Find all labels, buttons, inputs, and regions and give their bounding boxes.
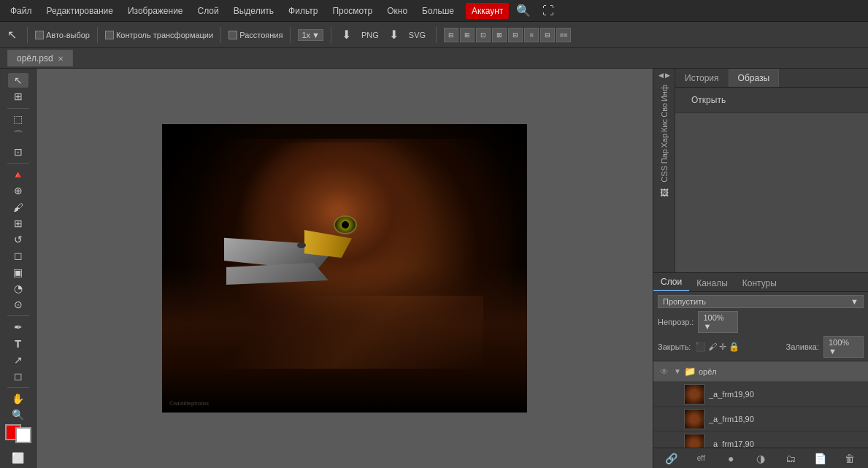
menu-edit[interactable]: Редактирование bbox=[41, 3, 119, 19]
fullscreen-icon-btn[interactable]: ⛶ bbox=[538, 3, 558, 19]
link-layers-btn[interactable]: 🔗 bbox=[662, 450, 680, 467]
new-layer-btn[interactable]: 📄 bbox=[812, 450, 829, 467]
search-icon-btn[interactable]: 🔍 bbox=[512, 2, 535, 19]
menu-filter[interactable]: Фильтр bbox=[283, 3, 323, 19]
menu-window[interactable]: Окно bbox=[381, 3, 413, 19]
transform-checkbox[interactable] bbox=[105, 31, 114, 39]
layer-eye-2[interactable]: 👁 bbox=[668, 413, 681, 426]
align-left-btn[interactable]: ⊟ bbox=[444, 28, 458, 42]
tab-history[interactable]: История bbox=[675, 69, 729, 87]
layer-mask-btn[interactable]: ● bbox=[722, 450, 740, 467]
pen-tool[interactable]: ✒ bbox=[8, 320, 28, 334]
fill-value[interactable]: 100% ▼ bbox=[823, 336, 864, 358]
image-icon-btn[interactable]: 🖼 bbox=[660, 188, 669, 198]
layer-row-3[interactable]: 👁 _a_frm17,90 bbox=[653, 431, 868, 448]
shape-tool[interactable]: ◻ bbox=[8, 369, 28, 383]
marquee-tool[interactable]: ⬚ bbox=[8, 112, 28, 126]
menu-select[interactable]: Выделить bbox=[228, 3, 280, 19]
file-tab[interactable]: орёл.psd ✕ bbox=[7, 50, 73, 66]
collapse-right-icon[interactable]: ▶ bbox=[665, 72, 670, 79]
layer-eye-1[interactable]: 👁 bbox=[668, 388, 681, 401]
layer-name-1: _a_frm19,90 bbox=[709, 390, 864, 399]
watermark: ©wildlifephotos bbox=[169, 400, 209, 407]
zoom-tool[interactable]: 🔍 bbox=[8, 407, 28, 422]
menu-image[interactable]: Изображение bbox=[122, 3, 189, 19]
layer-eye-3[interactable]: 👁 bbox=[668, 437, 681, 448]
tab-channels[interactable]: Каналы bbox=[689, 275, 735, 291]
menu-view[interactable]: Просмотр bbox=[326, 3, 378, 19]
menu-more[interactable]: Больше bbox=[416, 3, 460, 19]
lock-position-icon[interactable]: ✛ bbox=[719, 342, 726, 352]
stub-css[interactable]: CSS bbox=[660, 166, 669, 183]
stub-info[interactable]: Инф bbox=[660, 85, 669, 101]
align-top-btn[interactable]: ⊠ bbox=[492, 28, 507, 42]
crop-tool[interactable]: ⊡ bbox=[8, 145, 28, 159]
group-layers-btn[interactable]: 🗂 bbox=[782, 450, 799, 467]
layer-eye-0[interactable]: 👁 bbox=[658, 365, 671, 378]
layer-thumb-1 bbox=[684, 384, 704, 404]
stub-brush[interactable]: Кис bbox=[660, 119, 669, 132]
tab-close-btn[interactable]: ✕ bbox=[58, 55, 64, 63]
layer-row-2[interactable]: 👁 _a_frm18,90 bbox=[653, 407, 868, 431]
auto-select-control: Авто-выбор bbox=[35, 31, 90, 39]
layer-effects-btn[interactable]: eff bbox=[692, 450, 710, 467]
hand-tool[interactable]: ✋ bbox=[8, 391, 28, 406]
menu-layer[interactable]: Слой bbox=[192, 3, 225, 19]
artboard-tool[interactable]: ⊞ bbox=[8, 89, 28, 104]
align-right-btn[interactable]: ⊡ bbox=[476, 28, 491, 42]
layer-row-1[interactable]: 👁 _a_frm19,90 bbox=[653, 382, 868, 407]
lock-fill-row: Закрыть: ⬛ 🖌 ✛ 🔒 Заливка: 100% ▼ bbox=[658, 336, 864, 358]
stub-para[interactable]: Пар bbox=[660, 149, 669, 164]
healing-tool[interactable]: ⊕ bbox=[8, 183, 28, 198]
adjustment-layer-btn[interactable]: ◑ bbox=[752, 450, 769, 467]
text-tool[interactable]: T bbox=[8, 336, 28, 350]
move-tool-select[interactable]: ↖ bbox=[4, 26, 20, 43]
download-icon-btn[interactable]: ⬇ bbox=[339, 26, 354, 43]
dodge-tool[interactable]: ⊙ bbox=[8, 297, 28, 312]
distribute3-btn[interactable]: ⊟ bbox=[540, 28, 555, 42]
zoom-dropdown[interactable]: 1x ▼ bbox=[298, 29, 323, 41]
blur-tool[interactable]: ◔ bbox=[8, 281, 28, 296]
auto-select-checkbox[interactable] bbox=[35, 31, 44, 39]
move-tool[interactable]: ↖ bbox=[8, 73, 28, 88]
opacity-value[interactable]: 100% ▼ bbox=[698, 311, 738, 333]
collapse-left-icon[interactable]: ◀ bbox=[658, 72, 664, 79]
distance-checkbox[interactable] bbox=[228, 31, 237, 39]
blend-mode-row: Пропустить ▼ bbox=[658, 295, 864, 308]
eraser-tool[interactable]: ◻ bbox=[8, 248, 28, 263]
quick-mask-btn[interactable]: ⬜ bbox=[8, 450, 28, 465]
tab-layers[interactable]: Слои bbox=[653, 274, 689, 291]
history-brush-tool[interactable]: ↺ bbox=[8, 232, 28, 247]
lock-all-icon[interactable]: 🔒 bbox=[729, 342, 740, 352]
download-icon-btn2[interactable]: ⬇ bbox=[386, 26, 402, 43]
open-button[interactable]: Открыть bbox=[683, 92, 734, 108]
separator-4 bbox=[290, 27, 291, 43]
tab-paths[interactable]: Контуры bbox=[735, 275, 784, 291]
align-center-btn[interactable]: ⊞ bbox=[460, 28, 475, 42]
menu-file[interactable]: Файл bbox=[4, 3, 38, 19]
png-btn[interactable]: PNG bbox=[358, 29, 382, 41]
lasso-tool[interactable]: ⌒ bbox=[8, 128, 28, 143]
delete-layer-btn[interactable]: 🗑 bbox=[841, 450, 859, 467]
stub-char[interactable]: Хар bbox=[660, 134, 669, 148]
menu-account[interactable]: Аккаунт bbox=[466, 3, 509, 19]
eyedropper-tool[interactable]: 🔺 bbox=[8, 167, 28, 182]
path-selection-tool[interactable]: ↗ bbox=[8, 353, 28, 367]
blend-mode-dropdown[interactable]: Пропустить ▼ bbox=[658, 295, 864, 308]
distribute2-btn[interactable]: ≡ bbox=[524, 28, 539, 42]
lock-pixels-icon[interactable]: 🖌 bbox=[708, 342, 717, 352]
separator-5 bbox=[331, 27, 331, 43]
background-color[interactable] bbox=[15, 427, 31, 443]
brush-tool[interactable]: 🖌 bbox=[8, 199, 28, 214]
distribute-btn[interactable]: ⊟ bbox=[508, 28, 523, 42]
stamp-tool[interactable]: ⊞ bbox=[8, 216, 28, 231]
svg-btn[interactable]: SVG bbox=[406, 29, 429, 41]
layer-name-0: орёл bbox=[699, 367, 864, 376]
lock-transparent-icon[interactable]: ⬛ bbox=[695, 342, 706, 352]
tab-snapshots[interactable]: Образы bbox=[729, 69, 780, 87]
distribute4-btn[interactable]: ≡≡ bbox=[556, 28, 571, 42]
tool-sep-1 bbox=[7, 108, 29, 109]
gradient-tool[interactable]: ▣ bbox=[8, 265, 28, 280]
layer-group-eagle[interactable]: 👁 ▼ 📁 орёл bbox=[653, 361, 868, 382]
stub-props[interactable]: Сво bbox=[660, 103, 669, 118]
